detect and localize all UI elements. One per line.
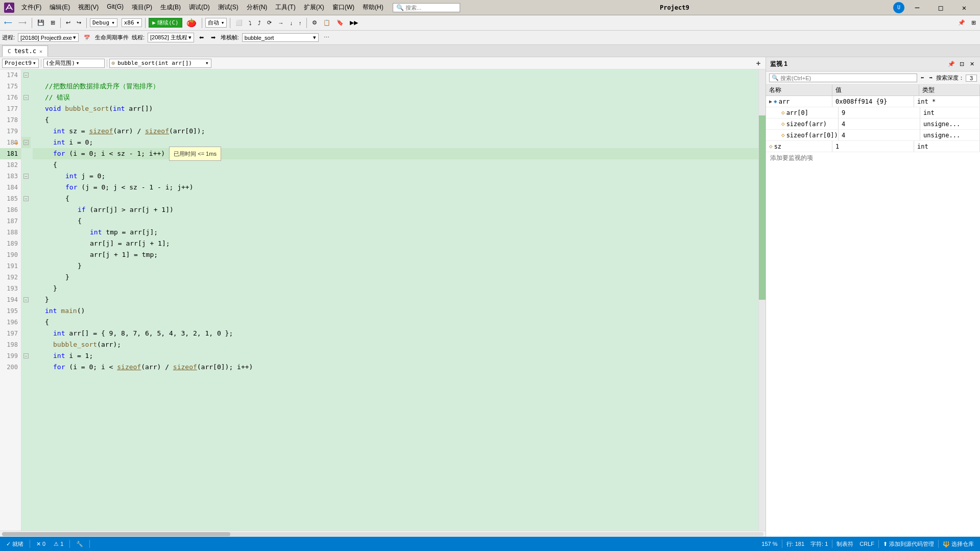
global-search-input[interactable]: [405, 5, 457, 11]
menu-edit[interactable]: 编辑(E): [45, 2, 74, 13]
watch-nav-forward[interactable]: ➡: [927, 74, 934, 82]
continue-button[interactable]: ▶ 继续(C): [149, 18, 182, 28]
function-dropdown[interactable]: ⊙ bubble_sort(int arr[]) ▾: [109, 59, 211, 68]
debug-extra-1[interactable]: ⚙: [310, 18, 319, 27]
expand-arr-icon[interactable]: ▶: [769, 99, 772, 104]
menu-debug[interactable]: 调试(D): [185, 2, 214, 13]
debug-extra-3[interactable]: ▶▶: [348, 18, 360, 27]
thread-nav-back[interactable]: ⬅: [197, 33, 206, 42]
lifecycle-icon[interactable]: 📅: [82, 34, 92, 41]
toolbar-right-1[interactable]: 📌: [956, 18, 967, 27]
search-depth-input[interactable]: [966, 75, 977, 82]
maximize-button[interactable]: □: [929, 0, 952, 15]
select-repo-label: 选择仓库: [951, 540, 974, 548]
line-ending-info[interactable]: CRLF: [857, 541, 876, 547]
status-ready[interactable]: ✓ 就绪: [4, 540, 26, 548]
toolbar-redo[interactable]: ↪: [75, 18, 83, 27]
debug-config-dropdown[interactable]: Debug ▾: [90, 18, 117, 27]
global-search-box[interactable]: 🔍: [393, 3, 460, 12]
watch-search-input[interactable]: [780, 75, 915, 81]
watch-float[interactable]: ⊡: [958, 60, 966, 68]
debug-step-over[interactable]: ⬜: [233, 18, 245, 27]
watch-row-sz[interactable]: ◇ sz 1 int: [766, 141, 980, 152]
menu-extensions[interactable]: 扩展(X): [300, 2, 328, 13]
watch-row-sizeof-arr[interactable]: ◇ sizeof(arr) 4 unsigne...: [766, 118, 980, 130]
debug-arrow-up[interactable]: ↑: [297, 19, 304, 27]
fold-181[interactable]: → −: [21, 137, 31, 148]
line-info[interactable]: 行: 181: [784, 540, 806, 548]
fold-195[interactable]: −: [21, 294, 31, 305]
encoding-info[interactable]: 制表符: [834, 540, 855, 548]
watch-row-arr[interactable]: ▶ ◈ arr 0x008ff914 {9} int *: [766, 96, 980, 107]
minimap-thumb[interactable]: [759, 115, 766, 300]
watch-close[interactable]: ✕: [968, 60, 976, 68]
watch-search-toolbar: 🔍 ⬅ ➡ 搜索深度：: [766, 71, 980, 85]
process-dropdown[interactable]: [20180] Project9.exe ▾: [18, 33, 79, 42]
fold-186[interactable]: −: [21, 193, 31, 204]
debug-arrow-right[interactable]: →: [276, 19, 285, 27]
debug-step-out[interactable]: ⤴: [256, 19, 263, 27]
scope-dropdown[interactable]: Project9 ▾: [2, 59, 39, 68]
toolbar-right-2[interactable]: ⊞: [969, 18, 978, 27]
toolbar-save-all[interactable]: ⊞: [49, 18, 57, 27]
close-tab-icon[interactable]: ✕: [39, 49, 42, 54]
zoom-level[interactable]: 157 %: [759, 541, 779, 547]
tab-testc[interactable]: C test.c ✕: [2, 45, 48, 57]
stack-extra[interactable]: ⋯: [322, 33, 331, 42]
code-editor[interactable]: 174 175 176 177 178 179 180 181 182 183 …: [0, 69, 766, 531]
auto-dropdown[interactable]: 自动 ▾: [205, 18, 227, 28]
fold-199: [21, 339, 31, 350]
new-code-btn[interactable]: +: [753, 58, 763, 68]
watch-row-arr0[interactable]: ◇ arr[0] 9 int: [766, 107, 980, 118]
toolbar-save[interactable]: 💾: [35, 18, 46, 27]
global-scope-dropdown[interactable]: (全局范围) ▾: [43, 59, 105, 68]
chevron-down-icon: ▾: [33, 60, 36, 66]
minimize-button[interactable]: ─: [905, 0, 929, 15]
fold-200[interactable]: −: [21, 350, 31, 362]
menu-build[interactable]: 生成(B): [156, 2, 185, 13]
error-count[interactable]: ✕ 0: [34, 541, 47, 547]
watch-row-sizeof-arr0[interactable]: ◇ sizeof(arr[0]) 4 unsigne...: [766, 130, 980, 141]
fold-177[interactable]: −: [21, 92, 31, 103]
col-info[interactable]: 字符: 1: [808, 540, 830, 548]
fold-175[interactable]: −: [21, 69, 31, 81]
watch-nav-back[interactable]: ⬅: [919, 74, 926, 82]
close-button[interactable]: ✕: [952, 0, 976, 15]
toolbar-undo[interactable]: ↩: [64, 18, 73, 27]
menu-window[interactable]: 窗口(W): [328, 2, 358, 13]
menu-project[interactable]: 项目(P): [128, 2, 156, 13]
toolbar-forward[interactable]: ⟶: [16, 18, 29, 27]
fold-184[interactable]: −: [21, 171, 31, 182]
sz-prop-icon: ◇: [769, 143, 773, 150]
thread-dropdown[interactable]: [20852] 主线程 ▾: [148, 33, 194, 42]
debug-extra-2[interactable]: 📋: [321, 18, 332, 27]
thread-nav-forward[interactable]: ➡: [209, 33, 218, 42]
debug-indicator[interactable]: 🔧: [74, 541, 85, 547]
horizontal-scrollbar[interactable]: [0, 531, 766, 537]
code-content[interactable]: //把数组的数据排成升序（冒泡排序） // 错误 void bubble_sor…: [31, 69, 758, 531]
add-source-control[interactable]: ⬆ 添加到源代码管理: [881, 540, 936, 548]
menu-analyze[interactable]: 分析(N): [243, 2, 272, 13]
menu-help[interactable]: 帮助(H): [358, 2, 388, 13]
add-watch-row[interactable]: 添加要监视的项: [766, 152, 980, 163]
debug-restart[interactable]: ⟳: [265, 18, 274, 27]
debug-step-in[interactable]: ⤵: [247, 19, 254, 27]
menu-test[interactable]: 测试(S): [214, 2, 243, 13]
platform-dropdown[interactable]: x86 ▾: [122, 18, 142, 27]
stop-button[interactable]: 🍅: [184, 17, 199, 29]
select-repo[interactable]: 🔱 选择仓库: [941, 540, 976, 548]
code-minimap[interactable]: [758, 69, 766, 531]
hscroll-thumb[interactable]: [2, 532, 230, 536]
debug-arrow-down[interactable]: ↓: [288, 19, 295, 27]
warning-count[interactable]: ⚠ 1: [52, 541, 65, 547]
stack-dropdown[interactable]: bubble_sort ▾: [242, 33, 319, 42]
debug-breakpoints[interactable]: 🔖: [334, 18, 346, 27]
watch-search-box[interactable]: 🔍: [769, 74, 917, 82]
menu-git[interactable]: Git(G): [103, 2, 128, 13]
watch-pin[interactable]: 📌: [947, 60, 955, 68]
menu-view[interactable]: 视图(V): [74, 2, 103, 13]
menu-tools[interactable]: 工具(T): [271, 2, 299, 13]
menu-file[interactable]: 文件(F): [17, 2, 45, 13]
user-avatar[interactable]: U: [893, 2, 904, 13]
toolbar-back[interactable]: ⟵: [2, 18, 14, 27]
